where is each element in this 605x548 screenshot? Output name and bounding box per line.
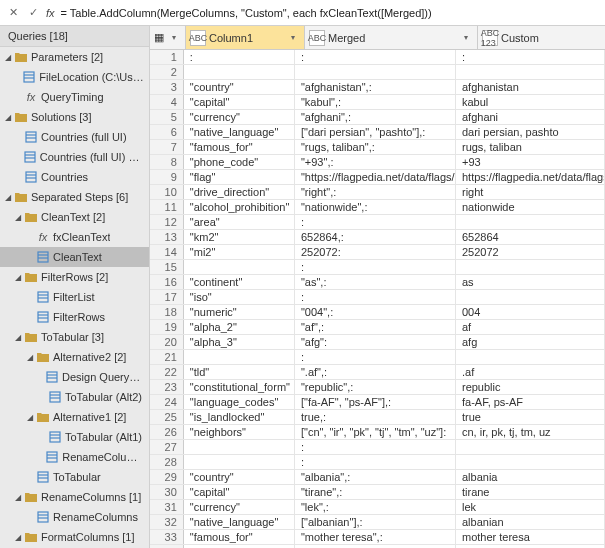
sidebar-item-8[interactable]: ◢CleanText [2] xyxy=(0,207,149,227)
cell[interactable] xyxy=(295,65,456,79)
cell[interactable]: "right",: xyxy=(295,185,456,199)
cell[interactable]: afghanistan xyxy=(456,80,605,94)
cell[interactable]: "famous_for" xyxy=(184,140,295,154)
cell[interactable]: "+93",: xyxy=(295,155,456,169)
cell[interactable]: ["fa-AF", "ps-AF"],: xyxy=(295,395,456,409)
sidebar-item-17[interactable]: ToTabular (Alt2) xyxy=(0,387,149,407)
cell[interactable]: "kabul",: xyxy=(295,95,456,109)
cell[interactable]: : xyxy=(295,215,456,229)
row-index[interactable]: 24 xyxy=(150,395,184,409)
cell[interactable]: republic xyxy=(456,380,605,394)
table-row[interactable]: 21: xyxy=(150,350,605,365)
chevron-down-icon[interactable]: ▾ xyxy=(167,33,181,42)
cell[interactable]: .af xyxy=(456,365,605,379)
cell[interactable]: : xyxy=(295,260,456,274)
cell[interactable]: "tld" xyxy=(184,365,295,379)
table-row[interactable]: 9"flag""https://flagpedia.net/data/flags… xyxy=(150,170,605,185)
sidebar-item-5[interactable]: Countries (full UI) with... xyxy=(0,147,149,167)
cell[interactable]: "native_language" xyxy=(184,515,295,529)
row-index[interactable]: 33 xyxy=(150,530,184,544)
cell[interactable] xyxy=(456,215,605,229)
sidebar-item-11[interactable]: ◢FilterRows [2] xyxy=(0,267,149,287)
cell[interactable]: mother teresa xyxy=(456,530,605,544)
cell[interactable]: "numeric" xyxy=(184,305,295,319)
sidebar-item-15[interactable]: ◢Alternative2 [2] xyxy=(0,347,149,367)
table-row[interactable]: 27: xyxy=(150,440,605,455)
row-index[interactable]: 11 xyxy=(150,200,184,214)
cell[interactable]: afghani xyxy=(456,110,605,124)
row-index[interactable]: 10 xyxy=(150,185,184,199)
cell[interactable]: : xyxy=(456,50,605,64)
sidebar-item-21[interactable]: ToTabular xyxy=(0,467,149,487)
cell[interactable]: albania xyxy=(456,470,605,484)
chevron-down-icon[interactable]: ◢ xyxy=(2,193,14,202)
cell[interactable]: "currency" xyxy=(184,110,295,124)
cell[interactable]: 652864,: xyxy=(295,230,456,244)
table-row[interactable]: 33"famous_for""mother teresa",:mother te… xyxy=(150,530,605,545)
table-row[interactable]: 24"language_codes"["fa-AF", "ps-AF"],:fa… xyxy=(150,395,605,410)
row-index[interactable]: 27 xyxy=(150,440,184,454)
column-header-1[interactable]: ABCMerged▾ xyxy=(305,26,478,49)
cell[interactable]: 004 xyxy=(456,305,605,319)
cell[interactable]: true,: xyxy=(295,410,456,424)
table-row[interactable]: 8"phone_code""+93",:+93 xyxy=(150,155,605,170)
sidebar-item-19[interactable]: ToTabular (Alt1) xyxy=(0,427,149,447)
row-index[interactable]: 23 xyxy=(150,380,184,394)
chevron-down-icon[interactable]: ◢ xyxy=(12,273,24,282)
table-row[interactable]: 3"country""afghanistan",:afghanistan xyxy=(150,80,605,95)
sidebar-item-4[interactable]: Countries (full UI) xyxy=(0,127,149,147)
chevron-down-icon[interactable]: ▾ xyxy=(286,33,300,42)
cell[interactable]: : xyxy=(295,50,456,64)
cell[interactable]: "capital" xyxy=(184,485,295,499)
sidebar-item-10[interactable]: CleanText xyxy=(0,247,149,267)
cell[interactable]: : xyxy=(295,440,456,454)
type-icon[interactable]: ABC xyxy=(309,30,325,46)
sidebar-item-20[interactable]: RenameColumns (A... xyxy=(0,447,149,467)
table-row[interactable]: 23"constitutional_form""republic",:repub… xyxy=(150,380,605,395)
row-index[interactable]: 32 xyxy=(150,515,184,529)
cell[interactable]: "alpha_3" xyxy=(184,335,295,349)
row-index[interactable]: 7 xyxy=(150,140,184,154)
table-row[interactable]: 31"currency""lek",:lek xyxy=(150,500,605,515)
cell[interactable]: "phone_code" xyxy=(184,155,295,169)
chevron-down-icon[interactable]: ▾ xyxy=(459,33,473,42)
sidebar-item-2[interactable]: fxQueryTiming xyxy=(0,87,149,107)
cell[interactable]: "continent" xyxy=(184,275,295,289)
cell[interactable] xyxy=(456,455,605,469)
cell[interactable]: "capital" xyxy=(184,95,295,109)
cell[interactable]: "language_codes" xyxy=(184,395,295,409)
row-index[interactable]: 16 xyxy=(150,275,184,289)
formula-commit-icon[interactable]: ✓ xyxy=(26,6,40,20)
row-index[interactable]: 18 xyxy=(150,305,184,319)
cell[interactable] xyxy=(184,440,295,454)
table-row[interactable]: 2 xyxy=(150,65,605,80)
cell[interactable]: dari persian, pashto xyxy=(456,125,605,139)
row-index[interactable]: 29 xyxy=(150,470,184,484)
cell[interactable]: "lek",: xyxy=(295,500,456,514)
row-index[interactable]: 13 xyxy=(150,230,184,244)
sidebar-item-23[interactable]: RenameColumns xyxy=(0,507,149,527)
cell[interactable]: ["cn", "ir", "pk", "tj", "tm", "uz"]: xyxy=(295,425,456,439)
table-row[interactable]: 18"numeric""004",:004 xyxy=(150,305,605,320)
cell[interactable]: "native_language" xyxy=(184,125,295,139)
cell[interactable] xyxy=(456,65,605,79)
cell[interactable]: right xyxy=(456,185,605,199)
cell[interactable]: "area" xyxy=(184,215,295,229)
cell[interactable]: "tirane",: xyxy=(295,485,456,499)
column-header-0[interactable]: ABCColumn1▾ xyxy=(186,26,305,49)
table-row[interactable]: 16"continent""as",:as xyxy=(150,275,605,290)
sidebar-item-7[interactable]: ◢Separated Steps [6] xyxy=(0,187,149,207)
cell[interactable]: 652864 xyxy=(456,230,605,244)
sidebar-item-18[interactable]: ◢Alternative1 [2] xyxy=(0,407,149,427)
chevron-down-icon[interactable]: ◢ xyxy=(12,493,24,502)
table-row[interactable]: 26"neighbors"["cn", "ir", "pk", "tj", "t… xyxy=(150,425,605,440)
row-index[interactable]: 1 xyxy=(150,50,184,64)
row-index[interactable]: 19 xyxy=(150,320,184,334)
cell[interactable]: afg xyxy=(456,335,605,349)
cell[interactable]: "km2" xyxy=(184,230,295,244)
row-index[interactable]: 20 xyxy=(150,335,184,349)
row-index[interactable]: 22 xyxy=(150,365,184,379)
cell[interactable]: "rugs, taliban",: xyxy=(295,140,456,154)
sidebar-item-14[interactable]: ◢ToTabular [3] xyxy=(0,327,149,347)
cell[interactable]: cn, ir, pk, tj, tm, uz xyxy=(456,425,605,439)
